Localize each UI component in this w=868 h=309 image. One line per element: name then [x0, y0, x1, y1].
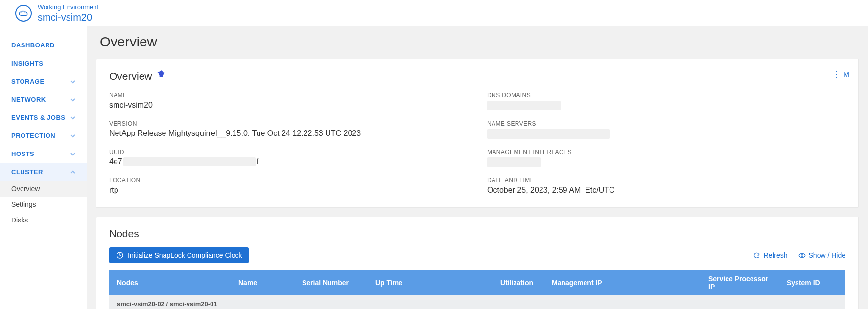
- nav-label: EVENTS & JOBS: [11, 114, 66, 121]
- table-group-row[interactable]: smci-vsim20-02 / smci-vsim20-01: [109, 295, 845, 309]
- field-label: LOCATION: [109, 177, 468, 184]
- redacted-value: [487, 129, 610, 139]
- uuid-prefix: 4e7: [109, 157, 122, 166]
- col-system-id[interactable]: System ID: [780, 270, 845, 295]
- redacted-value: [123, 157, 256, 166]
- sidebar: DASHBOARD INSIGHTS STORAGE NETWORK EVENT…: [0, 26, 87, 309]
- sidebar-sub-settings[interactable]: Settings: [0, 197, 87, 212]
- overview-card-title: Overview: [109, 70, 845, 82]
- eye-icon: [798, 252, 806, 259]
- chevron-down-icon: [70, 151, 76, 157]
- nav-label: HOSTS: [11, 150, 34, 157]
- redacted-value: [487, 101, 561, 110]
- nodes-card-title: Nodes: [109, 228, 845, 240]
- card-title-text: Overview: [109, 70, 152, 82]
- col-mgmt-ip[interactable]: Management IP: [545, 270, 702, 295]
- uuid-suffix: f: [257, 157, 258, 166]
- sidebar-item-protection[interactable]: PROTECTION: [0, 127, 87, 145]
- field-version: VERSION NetApp Release Mightysquirrel__9…: [109, 120, 468, 139]
- field-label: NAME SERVERS: [487, 120, 845, 127]
- overview-card: Overview ⋮ M NAME smci-vsim20 DNS DOMAIN…: [96, 59, 859, 208]
- field-label: DNS DOMAINS: [487, 92, 845, 99]
- sidebar-item-insights[interactable]: INSIGHTS: [0, 54, 87, 72]
- vertical-dots-icon: ⋮: [832, 70, 841, 79]
- sidebar-sub-overview[interactable]: Overview: [0, 181, 87, 197]
- nav-label: CLUSTER: [11, 168, 43, 176]
- field-value: NetApp Release Mightysquirrel__9.15.0: T…: [109, 129, 468, 138]
- field-value: October 25, 2023, 2:59 AM Etc/UTC: [487, 186, 845, 195]
- nav-label: DASHBOARD: [11, 42, 55, 49]
- field-label: MANAGEMENT INTERFACES: [487, 149, 845, 155]
- show-hide-link[interactable]: Show / Hide: [798, 251, 845, 259]
- cloud-icon: [15, 5, 32, 22]
- link-label: Show / Hide: [809, 251, 845, 259]
- nav-label: INSIGHTS: [11, 60, 43, 67]
- init-snaplock-button[interactable]: Initialize SnapLock Compliance Clock: [109, 247, 249, 263]
- chevron-up-icon: [70, 169, 76, 175]
- refresh-link[interactable]: Refresh: [753, 251, 787, 259]
- group-row-label: smci-vsim20-02 / smci-vsim20-01: [109, 295, 845, 309]
- sidebar-item-hosts[interactable]: HOSTS: [0, 145, 87, 163]
- nav-label: STORAGE: [11, 78, 45, 85]
- sidebar-item-dashboard[interactable]: DASHBOARD: [0, 36, 87, 54]
- col-sp-ip[interactable]: Service Processor IP: [702, 270, 780, 295]
- chevron-down-icon: [70, 133, 76, 139]
- col-serial[interactable]: Serial Number: [295, 270, 369, 295]
- chevron-down-icon: [70, 79, 76, 85]
- field-label: DATE AND TIME: [487, 177, 845, 184]
- nav-label: NETWORK: [11, 96, 46, 103]
- sidebar-item-cluster[interactable]: CLUSTER: [0, 163, 87, 181]
- chevron-down-icon: [70, 115, 76, 121]
- page-title: Overview: [87, 26, 868, 59]
- field-value: rtp: [109, 186, 468, 195]
- more-label: M: [844, 70, 849, 78]
- env-label: Working Environment: [38, 3, 98, 11]
- col-name[interactable]: Name: [232, 270, 295, 295]
- field-dns: DNS DOMAINS: [487, 92, 845, 110]
- sidebar-item-network[interactable]: NETWORK: [0, 90, 87, 109]
- redacted-value: [487, 157, 541, 167]
- nodes-table: Nodes Name Serial Number Up Time Utiliza…: [109, 270, 845, 309]
- nav-label: PROTECTION: [11, 132, 55, 139]
- top-header: Working Environment smci-vsim20: [0, 0, 868, 26]
- col-uptime[interactable]: Up Time: [369, 270, 447, 295]
- field-nameservers: NAME SERVERS: [487, 120, 845, 139]
- refresh-icon: [753, 252, 760, 259]
- sidebar-item-events[interactable]: EVENTS & JOBS: [0, 109, 87, 127]
- field-value: smci-vsim20: [109, 101, 468, 110]
- sidebar-sub-disks[interactable]: Disks: [0, 212, 87, 228]
- clock-icon: [116, 251, 124, 259]
- field-mgmt-interfaces: MANAGEMENT INTERFACES: [487, 149, 845, 167]
- lightbulb-icon[interactable]: [156, 70, 166, 82]
- field-value: 4e7 f: [109, 157, 468, 166]
- field-label: NAME: [109, 92, 468, 99]
- field-name: NAME smci-vsim20: [109, 92, 468, 110]
- field-uuid: UUID 4e7 f: [109, 149, 468, 167]
- field-label: VERSION: [109, 120, 468, 127]
- chevron-down-icon: [70, 97, 76, 103]
- field-label: UUID: [109, 149, 468, 155]
- nodes-card: Nodes Initialize SnapLock Compliance Clo…: [96, 217, 859, 309]
- button-label: Initialize SnapLock Compliance Clock: [128, 251, 242, 259]
- card-more-menu[interactable]: ⋮ M: [832, 70, 849, 79]
- col-nodes[interactable]: Nodes: [109, 270, 232, 295]
- sidebar-item-storage[interactable]: STORAGE: [0, 72, 87, 90]
- field-datetime: DATE AND TIME October 25, 2023, 2:59 AM …: [487, 177, 845, 195]
- svg-point-1: [801, 254, 803, 256]
- field-location: LOCATION rtp: [109, 177, 468, 195]
- env-name[interactable]: smci-vsim20: [38, 11, 98, 23]
- link-label: Refresh: [763, 251, 787, 259]
- main-content: Overview Overview ⋮ M NAME smci-vsim20: [87, 26, 868, 309]
- col-utilization[interactable]: Utilization: [447, 270, 545, 295]
